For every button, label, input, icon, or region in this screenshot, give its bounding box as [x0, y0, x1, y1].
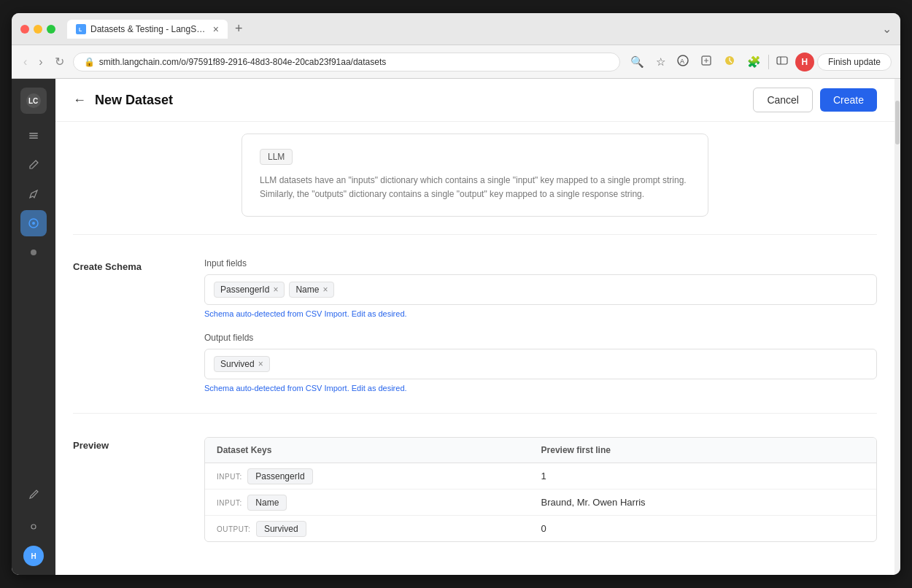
- content-area: LC: [12, 79, 900, 575]
- sidebar-item-menu[interactable]: [20, 123, 47, 149]
- row-type-input1: INPUT:: [217, 473, 242, 481]
- input-fields-label: Input fields: [204, 258, 877, 268]
- page-title-row: ← New Dataset: [73, 93, 173, 108]
- minimize-window-button[interactable]: [34, 25, 42, 34]
- sidebar-item-edit[interactable]: [20, 152, 47, 178]
- llm-badge: LLM: [260, 149, 293, 165]
- sidebar-user-avatar[interactable]: H: [23, 546, 44, 566]
- sidebar-item-datasets[interactable]: [20, 210, 47, 236]
- bookmark-icon-button[interactable]: ☆: [652, 53, 670, 71]
- input-tags-input[interactable]: PassengerId × Name ×: [204, 274, 877, 305]
- output-tags-input[interactable]: Survived ×: [204, 349, 877, 379]
- header-actions: Cancel Create: [753, 88, 877, 112]
- section-divider: [73, 234, 877, 235]
- tag-survived-label: Survived: [220, 359, 255, 369]
- extensions-icon-button[interactable]: 🧩: [743, 53, 765, 71]
- tab-favicon: L: [76, 24, 86, 34]
- table-row: INPUT: PassengerId 1: [205, 463, 876, 490]
- field-badge-passengerid: PassengerId: [247, 468, 312, 484]
- back-button[interactable]: ‹: [20, 53, 30, 71]
- row-name-key: INPUT: Name: [205, 490, 530, 516]
- field-badge-survived: Survived: [256, 521, 306, 537]
- tag-survived-remove[interactable]: ×: [258, 360, 263, 368]
- sidebar-item-pen[interactable]: [20, 181, 47, 207]
- tag-name-label: Name: [295, 285, 319, 295]
- toolbar-icons: 🔍 ☆ A 🧩 H Finish update: [626, 52, 892, 71]
- table-row: OUTPUT: Survived 0: [205, 516, 876, 542]
- close-window-button[interactable]: [20, 25, 29, 34]
- tag-name: Name ×: [289, 282, 334, 298]
- address-bar: ‹ › ↻ 🔒 smith.langchain.com/o/97591f89-2…: [12, 45, 900, 79]
- schema-fields: Input fields PassengerId × Name ×: [204, 258, 877, 407]
- col-preview-first-line: Preview first line: [530, 438, 876, 463]
- finish-update-button[interactable]: Finish update: [817, 53, 892, 71]
- svg-point-15: [31, 249, 36, 255]
- schema-section-label: Create Schema: [73, 258, 175, 407]
- svg-point-14: [32, 222, 35, 225]
- tab-bar: L Datasets & Testing - LangSm... × +: [67, 20, 876, 39]
- tab-title: Datasets & Testing - LangSm...: [90, 24, 209, 34]
- sidebar-item-dot[interactable]: [20, 239, 47, 266]
- sidebar-item-settings[interactable]: [20, 514, 47, 540]
- preview-table: Dataset Keys Preview first line INPUT: P…: [205, 438, 876, 541]
- toolbar-divider: [768, 55, 769, 69]
- tag-name-remove[interactable]: ×: [322, 285, 328, 294]
- row-name-value: Braund, Mr. Owen Harris: [530, 490, 876, 516]
- sidebar-logo: LC: [20, 88, 47, 114]
- tab-dropdown-button[interactable]: ⌄: [882, 22, 892, 36]
- tag-passengerid-label: PassengerId: [220, 285, 269, 295]
- svg-point-16: [31, 525, 36, 529]
- input-auto-detect-note: Schema auto-detected from CSV Import. Ed…: [204, 309, 877, 318]
- extension3-icon-button[interactable]: [719, 52, 740, 71]
- row-type-input2: INPUT:: [217, 499, 242, 507]
- output-auto-detect-note: Schema auto-detected from CSV Import. Ed…: [204, 384, 877, 392]
- row-passengerid-key: INPUT: PassengerId: [205, 463, 530, 490]
- svg-text:LC: LC: [28, 97, 38, 105]
- finish-update-label: Finish update: [828, 57, 881, 67]
- preview-section-label: Preview: [73, 437, 175, 542]
- page-content: ← New Dataset Cancel Create LLM LLM data…: [55, 79, 894, 575]
- tag-passengerid-remove[interactable]: ×: [273, 285, 278, 294]
- table-row: INPUT: Name Braund, Mr. Owen Harris: [205, 490, 876, 516]
- active-tab[interactable]: L Datasets & Testing - LangSm... ×: [67, 20, 228, 39]
- tag-passengerid: PassengerId ×: [214, 282, 285, 298]
- maximize-window-button[interactable]: [47, 25, 55, 34]
- svg-text:A: A: [680, 58, 684, 65]
- tab-close-button[interactable]: ×: [213, 24, 219, 34]
- field-badge-name: Name: [247, 495, 287, 511]
- back-button[interactable]: ←: [73, 93, 86, 108]
- sidebar-toggle-button[interactable]: [772, 52, 792, 71]
- svg-rect-6: [777, 57, 787, 64]
- search-icon-button[interactable]: 🔍: [626, 53, 649, 71]
- create-schema-section: Create Schema Input fields PassengerId ×: [73, 252, 877, 414]
- svg-text:L: L: [79, 27, 82, 32]
- create-button[interactable]: Create: [820, 88, 877, 112]
- extension1-icon-button[interactable]: A: [673, 52, 693, 71]
- row-survived-key: OUTPUT: Survived: [205, 516, 530, 542]
- tag-survived: Survived ×: [214, 356, 270, 372]
- scrollbar-thumb[interactable]: [895, 101, 900, 144]
- page-header: ← New Dataset Cancel Create: [55, 79, 894, 122]
- table-header-row: Dataset Keys Preview first line: [205, 438, 876, 463]
- input-fields-group: Input fields PassengerId × Name ×: [204, 258, 877, 318]
- address-security-icon: 🔒: [84, 57, 95, 67]
- address-url[interactable]: smith.langchain.com/o/97591f89-2916-48d3…: [99, 57, 609, 67]
- preview-section: Preview Dataset Keys Preview first line: [73, 431, 877, 548]
- window-controls: [20, 25, 55, 34]
- title-bar: L Datasets & Testing - LangSm... × + ⌄: [12, 13, 900, 45]
- scrollbar-track[interactable]: [894, 79, 900, 575]
- svg-rect-11: [29, 135, 38, 136]
- row-type-output: OUTPUT:: [217, 525, 250, 533]
- output-fields-group: Output fields Survived × Schema auto-det…: [204, 333, 877, 392]
- profile-avatar[interactable]: H: [795, 53, 814, 71]
- sidebar-item-tools[interactable]: [20, 481, 47, 508]
- sidebar: LC: [12, 79, 55, 575]
- preview-table-container: Dataset Keys Preview first line INPUT: P…: [204, 437, 877, 542]
- reload-button[interactable]: ↻: [52, 52, 67, 71]
- extension2-icon-button[interactable]: [696, 52, 716, 71]
- forward-button[interactable]: ›: [36, 53, 45, 71]
- llm-card: LLM LLM datasets have an "inputs" dictio…: [241, 134, 708, 217]
- cancel-button[interactable]: Cancel: [753, 88, 813, 112]
- new-tab-button[interactable]: +: [231, 20, 247, 38]
- svg-rect-10: [29, 133, 38, 134]
